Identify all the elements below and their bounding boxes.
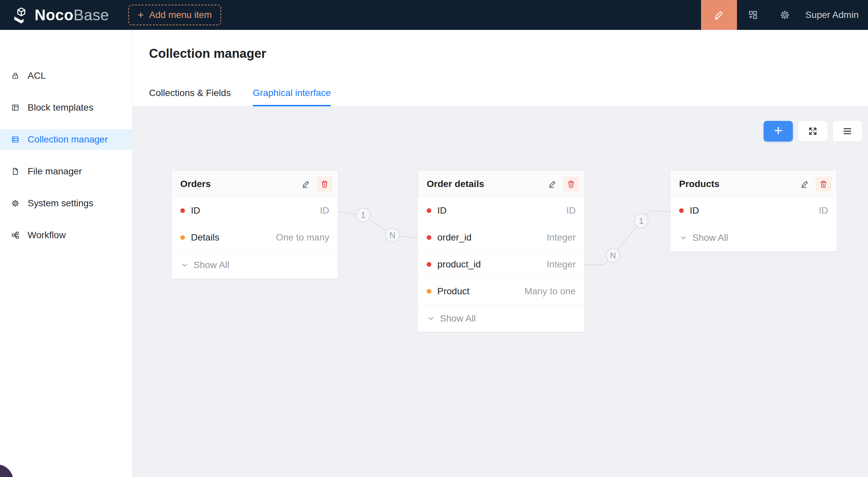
partition-icon <box>11 231 20 239</box>
sidebar-menu: ACL Block templates <box>0 30 132 245</box>
sidebar-item-block-templates[interactable]: Block templates <box>0 97 132 118</box>
field-status-dot <box>679 208 684 213</box>
sidebar-item-label: Workflow <box>28 230 66 240</box>
gear-icon <box>779 10 790 20</box>
field-name: Product <box>437 286 524 297</box>
field-type: ID <box>566 205 576 216</box>
sidebar-item-label: File manager <box>28 166 82 177</box>
field-type: One to many <box>276 232 329 243</box>
sidebar-item-label: System settings <box>28 198 93 209</box>
content-header: Collection manager Collections & Fields … <box>132 30 868 106</box>
logo-text-secondary: Base <box>73 6 109 24</box>
connection-orderdetails-products <box>584 211 671 265</box>
field-type: Many to one <box>524 286 576 297</box>
field-type: Integer <box>547 259 576 270</box>
field-row: ID ID <box>172 197 338 224</box>
collection-title: Orders <box>180 179 299 189</box>
collection-card-order-details[interactable]: Order details <box>418 171 584 332</box>
settings-button[interactable] <box>769 0 801 30</box>
collection-card-orders[interactable]: Orders <box>172 171 338 279</box>
add-collection-button[interactable]: + <box>764 121 793 141</box>
field-name: product_id <box>437 259 547 270</box>
show-all-label: Show All <box>440 313 475 324</box>
connection-orders-orderdetails <box>338 212 418 238</box>
add-menu-item-button[interactable]: + Add menu item <box>128 5 221 25</box>
edit-collection-button[interactable] <box>798 177 812 191</box>
layout-icon <box>11 103 20 112</box>
tab-collections-fields[interactable]: Collections & Fields <box>149 80 231 106</box>
field-status-dot <box>180 235 185 240</box>
collection-table-icon <box>11 135 20 144</box>
edit-collection-button[interactable] <box>545 177 560 191</box>
plugins-button[interactable] <box>737 0 769 30</box>
sidebar-item-label: Collection manager <box>28 134 108 145</box>
graph-canvas[interactable]: 1 N N 1 + <box>132 106 868 477</box>
gear-icon <box>11 199 20 208</box>
tab-graphical-interface[interactable]: Graphical interface <box>253 80 331 106</box>
user-menu[interactable]: Super Admin <box>805 10 859 20</box>
appstore-add-icon <box>748 10 758 20</box>
actions-menu-button[interactable] <box>833 121 862 141</box>
sidebar-item-label: Block templates <box>28 102 93 113</box>
collection-card-header: Order details <box>418 171 584 197</box>
fullscreen-button[interactable] <box>798 121 828 141</box>
field-status-dot <box>427 208 431 213</box>
sidebar: ACL Block templates <box>0 30 132 477</box>
delete-collection-button[interactable] <box>563 177 579 191</box>
chevron-down-icon <box>679 234 688 242</box>
chevron-down-icon <box>427 314 435 323</box>
plus-icon: + <box>774 123 782 138</box>
menu-icon <box>842 126 853 137</box>
collection-title: Products <box>679 179 798 189</box>
field-name: ID <box>437 205 566 216</box>
field-status-dot <box>180 208 185 213</box>
chevron-down-icon <box>180 261 189 269</box>
show-all-label: Show All <box>692 233 728 243</box>
logo-text-primary: Noco <box>35 6 73 24</box>
plus-icon: + <box>138 10 144 20</box>
edit-collection-button[interactable] <box>299 177 313 191</box>
nocobase-logo-icon <box>12 6 31 24</box>
collection-card-products[interactable]: Products <box>671 171 837 251</box>
logo-text: NocoBase <box>35 6 109 24</box>
show-all-label: Show All <box>193 260 229 270</box>
nocobase-logo: NocoBase <box>12 6 109 24</box>
highlighter-icon <box>713 9 725 21</box>
field-row: Details One to many <box>172 224 338 251</box>
field-row: ID ID <box>671 197 837 224</box>
sidebar-item-system-settings[interactable]: System settings <box>0 193 132 213</box>
field-name: ID <box>191 205 320 216</box>
sidebar-item-label: ACL <box>28 70 45 81</box>
cardinality-label: N <box>610 251 616 260</box>
field-type: ID <box>819 205 828 216</box>
tab-bar: Collections & Fields Graphical interface <box>149 80 331 106</box>
sidebar-item-workflow[interactable]: Workflow <box>0 225 132 245</box>
field-name: order_id <box>437 232 547 243</box>
sidebar-item-file-manager[interactable]: File manager <box>0 161 132 182</box>
field-status-dot <box>427 262 431 267</box>
sidebar-item-acl[interactable]: ACL <box>0 65 132 86</box>
show-all-toggle[interactable]: Show All <box>418 305 584 332</box>
sidebar-item-collection-manager[interactable]: Collection manager <box>0 129 132 150</box>
add-menu-item-label: Add menu item <box>149 10 212 20</box>
file-icon <box>11 167 20 176</box>
ui-editor-button[interactable] <box>701 0 737 30</box>
cardinality-label: N <box>390 231 396 240</box>
field-name: ID <box>690 205 819 216</box>
collection-card-header: Orders <box>172 171 338 197</box>
show-all-toggle[interactable]: Show All <box>172 251 338 279</box>
delete-collection-button[interactable] <box>815 177 831 191</box>
show-all-toggle[interactable]: Show All <box>671 224 837 251</box>
field-row: Product Many to one <box>418 278 584 305</box>
delete-collection-button[interactable] <box>317 177 333 191</box>
field-row: order_id Integer <box>418 224 584 251</box>
field-type: ID <box>320 205 329 216</box>
lock-icon <box>11 71 20 80</box>
field-type: Integer <box>547 232 576 243</box>
field-row: ID ID <box>418 197 584 224</box>
cardinality-label: 1 <box>361 210 366 219</box>
cardinality-label: 1 <box>639 216 644 226</box>
field-status-dot <box>427 235 431 240</box>
fullscreen-icon <box>807 126 818 137</box>
page-title: Collection manager <box>149 46 267 61</box>
